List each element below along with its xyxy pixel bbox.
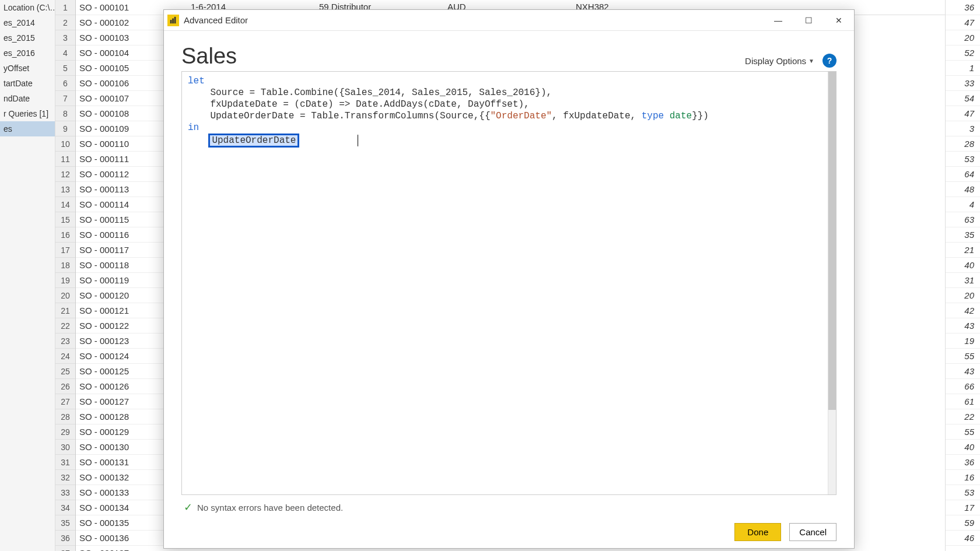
powerbi-icon [167,15,179,26]
cancel-button[interactable]: Cancel [789,523,836,541]
right-cell: 61 [946,394,980,409]
query-nav-item[interactable]: es_2014 [0,15,55,30]
row-number: 2 [55,15,75,30]
maximize-button[interactable]: ☐ [793,10,824,31]
display-options-dropdown[interactable]: Display Options ▼ [745,56,814,66]
display-options-label: Display Options [745,56,806,66]
code-typename-date: date [664,111,692,121]
row-number: 22 [55,318,75,334]
close-button[interactable]: ✕ [824,10,854,31]
right-cell: 53 [946,485,980,500]
row-number: 16 [55,227,75,243]
right-cell: 55 [946,424,980,440]
right-cell [946,546,980,551]
window-titlebar[interactable]: Advanced Editor — ☐ ✕ [164,10,854,31]
right-cell: 31 [946,273,980,288]
kw-in: in [188,122,199,133]
syntax-status-text: No syntax errors have been detected. [197,503,343,513]
row-number: 14 [55,197,75,212]
query-nav-item[interactable]: ndDate [0,91,55,106]
right-cell: 46 [946,531,980,546]
row-number: 18 [55,258,75,273]
code-text[interactable]: let Source = Table.Combine({Sales_2014, … [182,72,836,494]
right-cell: 55 [946,349,980,364]
right-cell: 20 [946,288,980,303]
row-number: 31 [55,455,75,470]
svg-rect-2 [174,16,176,23]
row-number: 1 [55,0,75,15]
right-cell: 19 [946,334,980,349]
row-number: 24 [55,349,75,364]
vertical-scrollbar[interactable] [828,72,836,494]
right-cell: 3 [946,121,980,136]
row-number: 17 [55,243,75,258]
code-string-orderdate: "OrderDate" [490,111,552,121]
text-caret [358,135,358,146]
right-cell: 47 [946,15,980,30]
row-number: 3 [55,30,75,45]
right-cell: 63 [946,212,980,227]
row-number: 13 [55,182,75,197]
right-cell: 17 [946,500,980,515]
right-cell: 48 [946,182,980,197]
right-cell: 43 [946,364,980,379]
done-button[interactable]: Done [734,523,781,541]
right-cell: 35 [946,227,980,243]
right-cell: 21 [946,243,980,258]
code-result-highlighted: UpdateOrderDate [208,134,299,148]
window-title: Advanced Editor [184,15,248,25]
query-nav-item[interactable]: Location (C:\… [0,0,55,15]
row-number: 7 [55,91,75,106]
right-cell: 22 [946,409,980,424]
row-number: 30 [55,440,75,455]
row-number: 32 [55,470,75,485]
query-nav-item[interactable]: yOffset [0,61,55,76]
right-cell: 52 [946,45,980,61]
svg-rect-1 [172,18,174,23]
query-nav-item[interactable]: es_2015 [0,30,55,45]
right-cell: 36 [946,0,980,15]
row-number: 36 [55,531,75,546]
scrollbar-thumb[interactable] [828,72,836,410]
advanced-editor-window: Advanced Editor — ☐ ✕ Sales Display Opti… [163,9,855,549]
kw-let: let [188,76,205,86]
query-name-heading: Sales [181,44,237,69]
right-cell: 16 [946,470,980,485]
right-cell: 28 [946,136,980,152]
minimize-button[interactable]: — [763,10,793,31]
syntax-status-row: ✓ No syntax errors have been detected. [181,495,836,516]
chevron-down-icon: ▼ [808,58,814,64]
row-number: 27 [55,394,75,409]
row-number: 4 [55,45,75,61]
query-nav-item[interactable]: es_2016 [0,45,55,61]
row-number: 6 [55,76,75,91]
query-nav-item[interactable]: tartDate [0,76,55,91]
query-nav-item[interactable]: es [0,121,55,136]
code-line-update-c: }}) [692,111,709,121]
row-number: 23 [55,334,75,349]
queries-nav-panel: Location (C:\…es_2014es_2015es_2016yOffs… [0,0,55,551]
row-number: 29 [55,424,75,440]
code-line-update-b: , fxUpdateDate, [552,111,642,121]
row-number: 28 [55,409,75,424]
code-line-fx: fxUpdateDate = (cDate) => Date.AddDays(c… [188,99,530,110]
right-cell: 64 [946,167,980,182]
right-cell: 59 [946,515,980,531]
right-cell: 40 [946,258,980,273]
code-editor[interactable]: let Source = Table.Combine({Sales_2014, … [181,71,836,495]
help-button[interactable]: ? [822,54,836,68]
right-cell: 40 [946,440,980,455]
query-nav-item[interactable]: r Queries [1] [0,106,55,121]
right-cell: 4 [946,197,980,212]
code-kw-type: type [642,111,664,121]
right-numeric-column: 3647205213354473285364484633521403120424… [945,0,980,551]
right-cell: 1 [946,61,980,76]
code-line-source: Source = Table.Combine({Sales_2014, Sale… [188,87,552,98]
row-number: 35 [55,515,75,531]
row-number: 9 [55,121,75,136]
row-number: 26 [55,379,75,394]
right-cell: 43 [946,318,980,334]
right-cell: 20 [946,30,980,45]
row-number: 5 [55,61,75,76]
check-icon: ✓ [184,501,192,514]
